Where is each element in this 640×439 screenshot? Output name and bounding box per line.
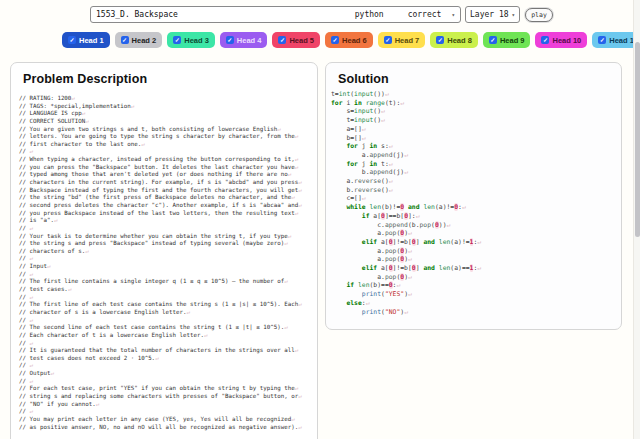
head-toggle-6[interactable]: ✓Head 6	[325, 32, 373, 48]
checkbox-checked-icon[interactable]: ✓	[331, 36, 339, 44]
code-line: print("YES")↵	[331, 290, 621, 299]
newline-mark-icon: ↵	[298, 393, 302, 399]
checkbox-checked-icon[interactable]: ✓	[436, 36, 444, 44]
newline-mark-icon: ↵	[362, 134, 366, 142]
newline-mark-icon: ↵	[295, 210, 299, 216]
solution-panel: Solution t=int(input())↵for i in range(t…	[325, 62, 622, 330]
page-scrollbar	[633, 0, 640, 439]
problem-text-line: // Input↵	[19, 263, 317, 271]
newline-mark-icon: ↵	[389, 177, 393, 185]
problem-text: // RATING: 1200↵// TAGS: *special,implem…	[11, 86, 317, 431]
newline-mark-icon: ↵	[404, 168, 408, 176]
newline-mark-icon: ↵	[381, 116, 385, 124]
problem-text-line: // ↵	[19, 340, 317, 348]
code-line: b.append(j)↵	[331, 168, 621, 177]
newline-mark-icon: ↵	[284, 324, 288, 330]
code-line: a.pop(0)↵	[331, 255, 621, 264]
newline-mark-icon: ↵	[96, 401, 100, 407]
head-toggle-1[interactable]: ✓Head 1	[62, 32, 110, 48]
newline-mark-icon: ↵	[82, 110, 86, 116]
problem-text-line: // Your task is to determine whether you…	[19, 233, 317, 241]
checkbox-checked-icon[interactable]: ✓	[598, 36, 606, 44]
chevron-down-icon: ▾	[451, 12, 455, 18]
play-button[interactable]: play	[525, 8, 553, 22]
head-toggle-10[interactable]: ✓Head 10	[535, 32, 587, 48]
checkbox-checked-icon[interactable]: ✓	[173, 36, 181, 44]
newline-mark-icon: ↵	[295, 385, 299, 391]
problem-text-line: // Each character of t is a lowercase En…	[19, 332, 317, 340]
problem-text-line: // characters of s.↵	[19, 248, 317, 256]
code-line: print("NO")↵	[331, 308, 621, 317]
problem-text-line: // the string s and press "Backspace" in…	[19, 240, 317, 248]
problem-text-line: // test cases does not exceed 2 · 10^5.↵	[19, 355, 317, 363]
code-line: b.reverse()↵	[331, 186, 621, 195]
newline-mark-icon: ↵	[477, 238, 481, 246]
head-toggle-7[interactable]: ✓Head 7	[378, 32, 426, 48]
newline-mark-icon: ↵	[29, 340, 33, 346]
newline-mark-icon: ↵	[50, 370, 54, 376]
problem-text-line: // You may print each letter in any case…	[19, 416, 317, 424]
verdict-select[interactable]: correct ▾	[408, 10, 455, 19]
checkbox-checked-icon[interactable]: ✓	[541, 36, 549, 44]
newline-mark-icon: ↵	[29, 362, 33, 368]
newline-mark-icon: ↵	[85, 248, 89, 254]
code-line: for j in t:↵	[331, 160, 621, 169]
problem-text-line: // letters. You are going to type the st…	[19, 133, 317, 141]
chevron-down-icon: ▾	[512, 12, 516, 18]
code-line: b=[]↵	[331, 134, 621, 143]
problem-text-line: // The first line contains a single inte…	[19, 278, 317, 286]
newline-mark-icon: ↵	[47, 263, 51, 269]
problem-text-line: // When typing a character, instead of p…	[19, 156, 317, 164]
checkbox-checked-icon[interactable]: ✓	[384, 36, 392, 44]
head-toggle-label: Head 2	[132, 36, 157, 45]
problem-title-input[interactable]	[96, 10, 274, 19]
newline-mark-icon: ↵	[298, 187, 302, 193]
head-toggle-label: Head 7	[395, 36, 420, 45]
newline-mark-icon: ↵	[29, 317, 33, 323]
problem-text-line: // CORRECT SOLUTION↵	[19, 118, 317, 126]
head-toggle-label: Head 9	[500, 36, 525, 45]
newline-mark-icon: ↵	[408, 290, 412, 298]
problem-text-line: // you can press the "Backspace" button.…	[19, 164, 317, 172]
problem-text-line: // ↵	[19, 255, 317, 263]
code-line: t=input()↵	[331, 116, 621, 125]
head-toggle-8[interactable]: ✓Head 8	[430, 32, 478, 48]
checkbox-checked-icon[interactable]: ✓	[226, 36, 234, 44]
head-toggle-5[interactable]: ✓Head 5	[272, 32, 320, 48]
problem-text-line: // The first line of each test case cont…	[19, 301, 317, 309]
checkbox-checked-icon[interactable]: ✓	[489, 36, 497, 44]
problem-panel-title: Problem Description	[11, 63, 317, 86]
code-line: elif a[0]!=b[0] and len(a)!=1:↵	[331, 238, 621, 247]
problem-title-box: python correct ▾	[90, 6, 461, 23]
newline-mark-icon: ↵	[29, 255, 33, 261]
problem-text-line: // Output↵	[19, 370, 317, 378]
problem-text-line: // ↵	[19, 271, 317, 279]
problem-text-line: // TAGS: *special,implementation↵	[19, 103, 317, 111]
newline-mark-icon: ↵	[416, 212, 420, 220]
newline-mark-icon: ↵	[408, 273, 412, 281]
head-toggle-9[interactable]: ✓Head 9	[483, 32, 531, 48]
newline-mark-icon: ↵	[29, 271, 33, 277]
newline-mark-icon: ↵	[85, 118, 89, 124]
head-toggle-3[interactable]: ✓Head 3	[167, 32, 215, 48]
checkbox-checked-icon[interactable]: ✓	[121, 36, 129, 44]
code-line: a=[]↵	[331, 125, 621, 134]
checkbox-checked-icon[interactable]: ✓	[278, 36, 286, 44]
head-toggle-4[interactable]: ✓Head 4	[220, 32, 268, 48]
code-line: t=int(input())↵	[331, 90, 621, 99]
head-toggle-2[interactable]: ✓Head 2	[115, 32, 163, 48]
newline-mark-icon: ↵	[131, 103, 135, 109]
problem-text-line: // ↵	[19, 148, 317, 156]
newline-mark-icon: ↵	[54, 217, 58, 223]
newline-mark-icon: ↵	[298, 202, 302, 208]
newline-mark-icon: ↵	[381, 107, 385, 115]
layer-select[interactable]: Layer 18 ▾	[465, 6, 520, 23]
newline-mark-icon: ↵	[389, 186, 393, 194]
layer-select-value: Layer 18	[470, 10, 509, 19]
newline-mark-icon: ↵	[284, 278, 288, 284]
scrollbar-thumb[interactable]	[635, 42, 640, 237]
code-line: s=input()↵	[331, 107, 621, 116]
newline-mark-icon: ↵	[404, 308, 408, 316]
checkbox-checked-icon[interactable]: ✓	[68, 36, 76, 44]
newline-mark-icon: ↵	[362, 194, 366, 202]
